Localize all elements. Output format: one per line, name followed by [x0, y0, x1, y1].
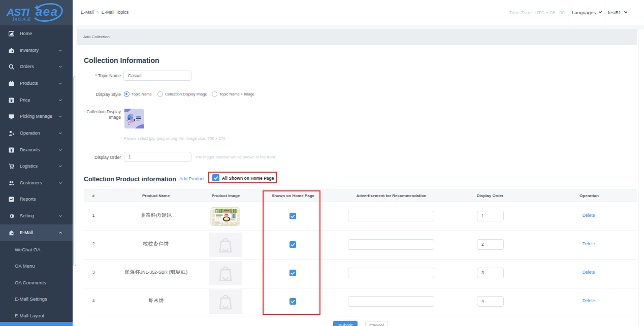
svg-text:ASTI: ASTI — [6, 6, 30, 18]
svg-text:aea: aea — [36, 5, 58, 18]
